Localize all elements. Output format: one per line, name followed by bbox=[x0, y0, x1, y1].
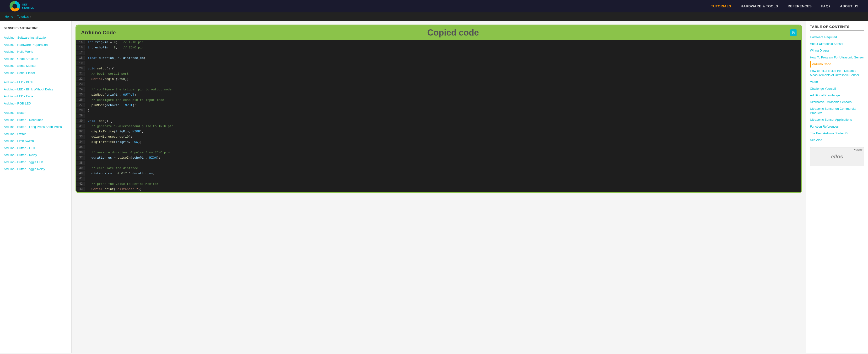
nav-link-tutorials[interactable]: TUTORIALS bbox=[711, 4, 731, 8]
code-line: 33 delayMicroseconds(10); bbox=[76, 135, 801, 140]
sidebar-spacer-11 bbox=[0, 107, 71, 109]
line-code: Serial.begin (9600); bbox=[85, 77, 132, 81]
toc-link-5[interactable]: How to Filter Noise from Distance Measur… bbox=[810, 68, 864, 78]
sidebar-link-12[interactable]: Arduino - Button bbox=[0, 109, 71, 116]
sidebar-link-8[interactable]: Arduino - LED - Blink Without Delay bbox=[0, 86, 71, 93]
toc-link-9[interactable]: Alternative Ultrasonic Sensors bbox=[810, 99, 864, 105]
toc-link-10[interactable]: Ultrasonic Sensor on Commercial Products bbox=[810, 105, 864, 116]
toc-link-11[interactable]: Ultrasonic Sensor Applications bbox=[810, 116, 864, 123]
line-number: 33 bbox=[76, 135, 85, 139]
sidebar-link-4[interactable]: Arduino - Serial Monitor bbox=[0, 62, 71, 69]
line-number: 38 bbox=[76, 161, 85, 165]
code-line: 17 bbox=[76, 50, 801, 56]
sidebar-link-19[interactable]: Arduino - Button Toggle LED bbox=[0, 158, 71, 166]
nav-link-about-us[interactable]: ABOUT US bbox=[840, 4, 859, 8]
sidebar-link-5[interactable]: Arduino - Serial Plotter bbox=[0, 69, 71, 77]
code-line: 15int trigPin = 9; // TRIG pin bbox=[76, 40, 801, 45]
code-line: 23 bbox=[76, 82, 801, 87]
line-code: Serial.print("distance: "); bbox=[85, 187, 145, 191]
line-code: digitalWrite(trigPin, LOW); bbox=[85, 140, 145, 144]
ad-close[interactable]: ✕ close bbox=[854, 148, 863, 151]
sidebar-link-7[interactable]: Arduino - LED - Blink bbox=[0, 79, 71, 86]
line-code: } bbox=[85, 108, 92, 113]
sidebar-link-2[interactable]: Arduino - Hello World bbox=[0, 48, 71, 55]
sidebar-link-10[interactable]: Arduino - RGB LED bbox=[0, 100, 71, 107]
line-number: 41 bbox=[76, 177, 85, 181]
line-number: 36 bbox=[76, 150, 85, 154]
toc-link-0[interactable]: Hardware Required bbox=[810, 34, 864, 41]
code-line: 31 // generate 10-microsecond pulse to T… bbox=[76, 124, 801, 129]
line-number: 16 bbox=[76, 45, 85, 49]
ad-area: ✕ close ellos bbox=[810, 147, 864, 166]
code-title: Arduino Code bbox=[81, 30, 116, 36]
sidebar-link-9[interactable]: Arduino - LED - Fade bbox=[0, 93, 71, 100]
sidebar-link-16[interactable]: Arduino - Limit Switch bbox=[0, 137, 71, 145]
toc-link-6[interactable]: Video bbox=[810, 78, 864, 85]
line-number: 22 bbox=[76, 77, 85, 81]
copy-button[interactable]: ⎘ bbox=[790, 29, 797, 36]
nav-link-references[interactable]: REFERENCES bbox=[788, 4, 812, 8]
code-line: 32 digitalWrite(trigPin, HIGH); bbox=[76, 129, 801, 135]
logo[interactable]: GETSTARTED bbox=[9, 1, 34, 11]
toc-link-8[interactable]: Additional Knowledge bbox=[810, 92, 864, 99]
line-code: // begin serial port bbox=[85, 72, 132, 76]
line-code: duration_us = pulseIn(echoPin, HIGH); bbox=[85, 155, 163, 160]
toc-link-2[interactable]: Wiring Diagram bbox=[810, 47, 864, 54]
copied-label: Copied code bbox=[116, 28, 790, 38]
line-number: 20 bbox=[76, 66, 85, 71]
breadcrumb-current[interactable]: Tutorials bbox=[17, 15, 29, 19]
toc-link-12[interactable]: Function References bbox=[810, 123, 864, 130]
sidebar-link-18[interactable]: Arduino - Button - Relay bbox=[0, 151, 71, 158]
toc-link-3[interactable]: How To Program For Ultrasonic Sensor bbox=[810, 54, 864, 61]
line-code bbox=[85, 113, 92, 118]
line-number: 29 bbox=[76, 113, 85, 118]
code-header: Arduino Code Copied code ⎘ bbox=[76, 25, 801, 40]
code-line: 34 digitalWrite(trigPin, LOW); bbox=[76, 140, 801, 145]
line-code bbox=[85, 177, 92, 181]
toc-link-14[interactable]: See Also bbox=[810, 137, 864, 143]
toc-link-4[interactable]: Arduino Code bbox=[810, 61, 864, 68]
sidebar-section-title: SENSORS/ACTUATORS bbox=[0, 25, 71, 32]
nav-link-hardware---tools[interactable]: HARDWARE & TOOLS bbox=[741, 4, 778, 8]
line-number: 27 bbox=[76, 103, 85, 107]
code-line: 26 // configure the echo pin to input mo… bbox=[76, 98, 801, 103]
code-line: 36 // measure duration of pulse from ECH… bbox=[76, 150, 801, 155]
line-code bbox=[85, 161, 92, 165]
code-line: 19 bbox=[76, 61, 801, 66]
main-content: Arduino Code Copied code ⎘ 15int trigPin… bbox=[72, 21, 806, 353]
line-code bbox=[85, 61, 92, 66]
line-number: 21 bbox=[76, 72, 85, 76]
code-line: 22 Serial.begin (9600); bbox=[76, 77, 801, 82]
code-line: 18float duration_us, distance_cm; bbox=[76, 56, 801, 61]
sidebar-link-0[interactable]: Arduino - Software Installization bbox=[0, 34, 71, 41]
breadcrumb-home[interactable]: Home bbox=[5, 15, 13, 19]
code-line: 37 duration_us = pulseIn(echoPin, HIGH); bbox=[76, 155, 801, 161]
sidebar-link-20[interactable]: Arduino - Button Toggle Relay bbox=[0, 166, 71, 173]
line-code: // configure the echo pin to input mode bbox=[85, 98, 167, 102]
line-number: 26 bbox=[76, 98, 85, 102]
sidebar-link-13[interactable]: Arduino - Button - Debounce bbox=[0, 116, 71, 123]
sidebar-link-1[interactable]: Arduino - Hardware Preparation bbox=[0, 41, 71, 48]
line-code: distance_cm = 0.017 * duration_us; bbox=[85, 171, 158, 176]
line-code: pinMode(trigPin, OUTPUT); bbox=[85, 93, 141, 97]
line-number: 15 bbox=[76, 40, 85, 44]
line-code bbox=[85, 145, 92, 149]
code-line: 29 bbox=[76, 113, 801, 119]
sidebar-link-15[interactable]: Arduino - Switch bbox=[0, 131, 71, 138]
code-line: 39 // calculate the distance bbox=[76, 166, 801, 171]
line-code: int trigPin = 9; // TRIG pin bbox=[85, 40, 147, 45]
sidebar-link-3[interactable]: Arduino - Code Structure bbox=[0, 55, 71, 63]
line-number: 25 bbox=[76, 93, 85, 97]
code-line: 40 distance_cm = 0.017 * duration_us; bbox=[76, 171, 801, 177]
toc-link-13[interactable]: The Best Arduino Starter Kit bbox=[810, 130, 864, 137]
line-number: 30 bbox=[76, 119, 85, 123]
toc-link-7[interactable]: Challenge Yourself bbox=[810, 85, 864, 92]
line-code: pinMode(echoPin, INPUT); bbox=[85, 103, 139, 108]
nav-link-faqs[interactable]: FAQs bbox=[821, 4, 831, 8]
sidebar-link-17[interactable]: Arduino - Button - LED bbox=[0, 145, 71, 152]
line-number: 24 bbox=[76, 87, 85, 92]
ad-brand: ellos bbox=[831, 154, 843, 160]
logo-icon bbox=[9, 1, 20, 11]
sidebar-link-14[interactable]: Arduino - Button - Long Press Short Pres… bbox=[0, 123, 71, 131]
toc-link-1[interactable]: About Ultrasonic Sensor bbox=[810, 41, 864, 47]
